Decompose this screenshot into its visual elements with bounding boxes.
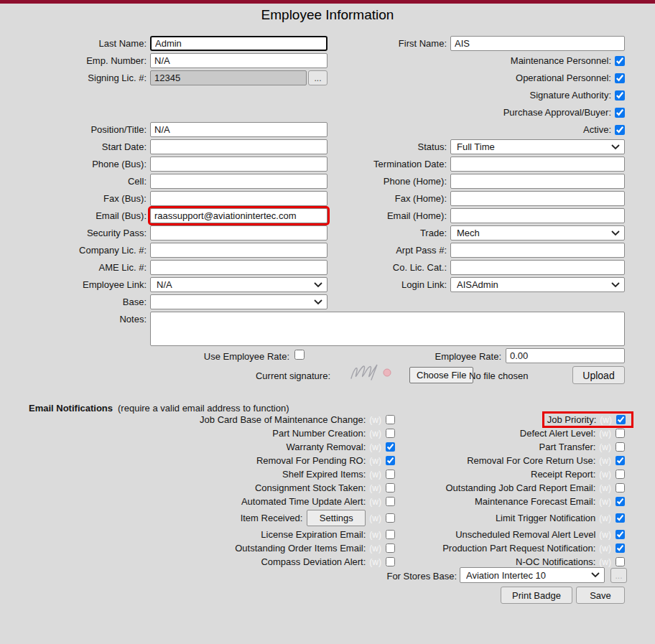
termination-date-input[interactable] <box>450 157 625 172</box>
notif-defect-alert-row: Defect Alert Level: (w) <box>402 426 625 440</box>
email-home-label: Email (Home): <box>328 210 450 221</box>
chevron-down-icon <box>591 572 600 578</box>
notif-consignment-stock-checkbox[interactable] <box>386 483 395 493</box>
signature-authority-checkbox[interactable] <box>615 90 625 101</box>
security-pass-input[interactable] <box>150 225 328 241</box>
base-row: Base: <box>29 294 328 309</box>
notif-license-expiration-checkbox[interactable] <box>386 530 395 539</box>
first-name-input[interactable] <box>450 36 625 51</box>
login-link-value: AISAdmin <box>457 279 611 290</box>
position-row: Position/Title: <box>29 122 328 137</box>
save-button[interactable]: Save <box>576 587 625 604</box>
company-lic-input[interactable] <box>150 243 328 258</box>
notif-removal-core-return-row: Removal For Core Return Use: (w) <box>402 454 625 467</box>
fax-home-input[interactable] <box>450 191 625 206</box>
notif-production-part-request-checkbox[interactable] <box>615 543 625 553</box>
status-select[interactable]: Full Time <box>450 139 625 154</box>
notif-limit-trigger-row: Limit Trigger Notification (w) <box>402 508 625 528</box>
base-select[interactable] <box>150 294 328 309</box>
notif-job-priority-checkbox[interactable] <box>616 415 626 424</box>
notif-defect-alert-checkbox[interactable] <box>615 429 625 438</box>
notif-part-transfer-checkbox[interactable] <box>615 442 625 452</box>
notif-warranty-removal-checkbox[interactable] <box>386 442 395 452</box>
trade-select[interactable]: Mech <box>450 225 625 241</box>
last-name-input[interactable] <box>150 36 328 51</box>
web-marker: (w) <box>599 497 611 507</box>
phone-bus-input[interactable] <box>150 157 328 172</box>
cell-input[interactable] <box>150 174 328 189</box>
notif-maintenance-forecast-checkbox[interactable] <box>615 497 625 506</box>
phone-bus-label: Phone (Bus): <box>29 159 150 169</box>
notes-textarea[interactable] <box>150 312 625 346</box>
web-marker: (w) <box>369 543 381 554</box>
signing-lic-label: Signing Lic. #: <box>29 73 150 83</box>
for-stores-base-label: For Stores Base: <box>373 571 457 582</box>
notif-limit-trigger-checkbox[interactable] <box>615 513 625 523</box>
notif-item-received-checkbox[interactable] <box>386 513 395 523</box>
phone-home-input[interactable] <box>450 174 625 189</box>
notif-label: Unscheduled Removal Alert Level <box>455 529 595 540</box>
notif-compass-deviation-checkbox[interactable] <box>386 557 395 566</box>
employee-rate-input[interactable] <box>506 348 625 363</box>
fax-bus-input[interactable] <box>150 191 328 206</box>
login-link-select[interactable]: AISAdmin <box>450 277 625 292</box>
email-home-input[interactable] <box>450 208 625 223</box>
notif-outstanding-order-checkbox[interactable] <box>386 543 395 553</box>
notif-label: Production Part Request Notification: <box>442 543 595 554</box>
notif-noc-notifications-checkbox[interactable] <box>615 557 625 566</box>
active-checkbox[interactable] <box>615 125 625 135</box>
notif-unscheduled-removal-checkbox[interactable] <box>615 530 625 539</box>
top-accent-bar <box>0 0 655 4</box>
choose-file-button[interactable]: Choose File <box>409 367 473 383</box>
web-marker: (w) <box>599 557 611 567</box>
purchase-approval-checkbox[interactable] <box>615 108 625 118</box>
ame-lic-input[interactable] <box>150 260 328 275</box>
co-lic-cat-input[interactable] <box>450 260 625 275</box>
operational-personnel-checkbox[interactable] <box>615 73 625 83</box>
for-stores-base-value: Aviation Intertec 10 <box>466 570 591 581</box>
notif-label: License Expiration Email: <box>261 529 366 540</box>
signing-lic-browse-button[interactable]: ... <box>308 70 328 85</box>
ame-lic-row: AME Lic. #: <box>29 260 328 275</box>
login-link-row: Login Link: AISAdmin <box>328 277 625 292</box>
upload-button[interactable]: Upload <box>572 366 625 384</box>
signature-authority-row: Signature Authority: <box>328 88 625 103</box>
notif-job-card-base-checkbox[interactable] <box>386 415 395 424</box>
for-stores-base-select[interactable]: Aviation Intertec 10 <box>460 567 605 583</box>
for-stores-base-browse-button[interactable]: ... <box>610 568 627 583</box>
notif-automated-time-checkbox[interactable] <box>386 497 395 506</box>
emp-number-input[interactable] <box>150 53 328 68</box>
signature-icon <box>347 361 403 383</box>
employee-link-select[interactable]: N/A <box>150 277 328 292</box>
company-lic-row: Company Lic. #: <box>29 243 328 258</box>
print-badge-button[interactable]: Print Badge <box>501 587 572 604</box>
notif-shelf-expired-checkbox[interactable] <box>386 470 395 479</box>
email-notifications-note: (require a valid email address to functi… <box>118 403 289 414</box>
no-file-chosen-text: No file chosen <box>469 370 528 381</box>
notif-removal-pending-ro-checkbox[interactable] <box>386 456 395 465</box>
notif-removal-core-return-checkbox[interactable] <box>615 456 625 465</box>
notif-part-number-creation-checkbox[interactable] <box>386 429 395 438</box>
maintenance-personnel-checkbox[interactable] <box>615 56 625 66</box>
arpt-pass-row: Arpt Pass #: <box>328 243 625 258</box>
notif-outstanding-job-card-checkbox[interactable] <box>615 483 625 493</box>
email-bus-input[interactable] <box>150 208 328 223</box>
web-marker: (w) <box>599 543 611 554</box>
notif-part-number-creation-row: Part Number Creation: (w) <box>29 426 395 440</box>
web-marker: (w) <box>369 456 381 466</box>
item-received-settings-button[interactable]: Settings <box>307 510 366 526</box>
chevron-down-icon <box>611 282 620 288</box>
position-input[interactable] <box>150 122 328 137</box>
signing-lic-input <box>150 70 307 85</box>
web-marker: (w) <box>369 530 381 540</box>
notif-consignment-stock-row: Consignment Stock Taken: (w) <box>29 481 395 495</box>
web-marker: (w) <box>369 497 381 507</box>
phone-bus-row: Phone (Bus): <box>29 157 328 172</box>
use-employee-rate-checkbox[interactable] <box>294 350 305 360</box>
arpt-pass-input[interactable] <box>450 243 625 258</box>
web-marker: (w) <box>369 557 381 567</box>
notif-receipt-report-checkbox[interactable] <box>615 470 625 479</box>
fax-home-row: Fax (Home): <box>328 191 625 206</box>
notif-part-transfer-row: Part Transfer: (w) <box>402 440 625 454</box>
start-date-input[interactable] <box>150 139 328 154</box>
